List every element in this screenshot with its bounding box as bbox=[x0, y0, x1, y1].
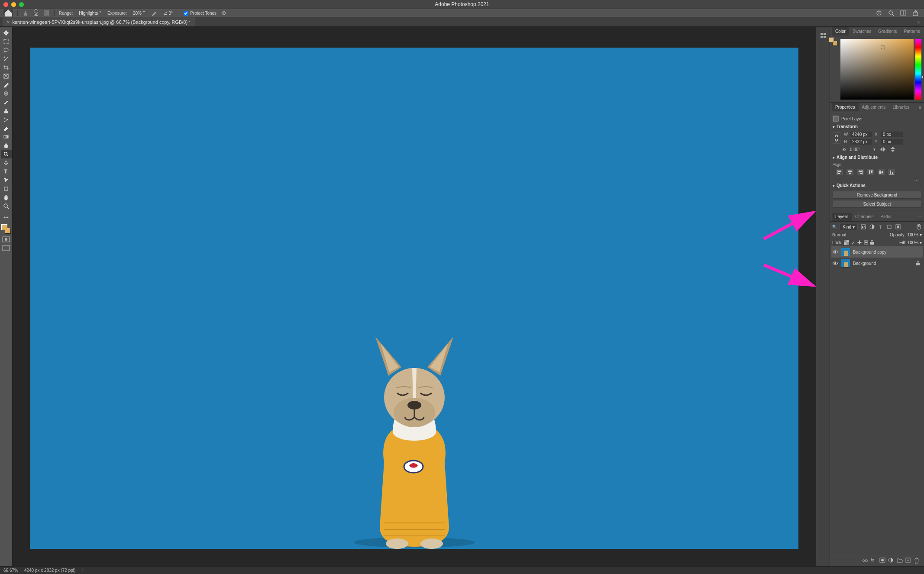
align-section-header[interactable]: ▾Align and Distribute bbox=[833, 153, 921, 161]
panel-menu-icon[interactable]: ≡ bbox=[919, 214, 924, 219]
tab-channels[interactable]: Channels bbox=[852, 213, 877, 221]
layer-thumbnail[interactable] bbox=[841, 259, 850, 268]
hue-slider[interactable] bbox=[915, 39, 921, 100]
search-icon[interactable] bbox=[888, 10, 895, 16]
visibility-toggle-icon[interactable] bbox=[832, 250, 838, 254]
remove-background-button[interactable]: Remove Background bbox=[833, 191, 921, 199]
blur-tool[interactable] bbox=[1, 141, 12, 150]
tab-paths[interactable]: Paths bbox=[877, 213, 895, 221]
type-tool[interactable]: T bbox=[1, 167, 12, 176]
cloud-docs-icon[interactable] bbox=[876, 10, 882, 16]
align-vcenter-icon[interactable] bbox=[878, 169, 885, 175]
move-tool[interactable] bbox=[1, 29, 12, 37]
eyedropper-tool[interactable] bbox=[1, 81, 12, 89]
share-icon[interactable] bbox=[912, 10, 919, 16]
delete-layer-icon[interactable] bbox=[914, 558, 920, 564]
more-options-icon[interactable]: … bbox=[833, 176, 921, 181]
filter-smart-icon[interactable] bbox=[895, 224, 901, 230]
workspace-switcher-icon[interactable] bbox=[900, 10, 907, 16]
filter-adjust-icon[interactable] bbox=[869, 224, 875, 230]
close-window-button[interactable] bbox=[3, 2, 8, 7]
lock-artboard-icon[interactable] bbox=[863, 240, 869, 245]
history-brush-tool[interactable] bbox=[1, 115, 12, 124]
pen-tool[interactable] bbox=[1, 158, 12, 167]
tool-preset-button[interactable] bbox=[22, 10, 29, 16]
align-left-icon[interactable] bbox=[836, 169, 843, 175]
marquee-tool[interactable] bbox=[1, 37, 12, 46]
layer-name[interactable]: Background copy bbox=[853, 250, 886, 255]
frame-tool[interactable] bbox=[1, 72, 12, 81]
quick-mask-toggle[interactable] bbox=[2, 236, 10, 242]
lasso-tool[interactable] bbox=[1, 46, 12, 55]
shape-tool[interactable] bbox=[1, 184, 12, 193]
hand-tool[interactable] bbox=[1, 193, 12, 202]
y-field[interactable]: 0 px bbox=[881, 139, 903, 145]
zoom-level[interactable]: 66.67% bbox=[3, 568, 18, 573]
link-wh-toggle[interactable] bbox=[833, 132, 840, 144]
range-dropdown[interactable]: Highlights ˅ bbox=[77, 11, 103, 16]
protect-tones-checkbox[interactable]: Protect Tones bbox=[184, 11, 216, 16]
color-fg-bg-swatch[interactable] bbox=[829, 37, 837, 46]
layer-filter-dropdown[interactable]: Kind ▾ bbox=[840, 224, 858, 230]
group-layers-icon[interactable] bbox=[897, 558, 903, 564]
transform-section-header[interactable]: ▾Transform bbox=[833, 123, 921, 131]
width-field[interactable]: 4240 px bbox=[850, 132, 872, 137]
minimize-window-button[interactable] bbox=[11, 2, 16, 7]
tab-swatches[interactable]: Swatches bbox=[849, 27, 875, 35]
screen-mode-toggle[interactable] bbox=[2, 245, 10, 251]
filter-shape-icon[interactable] bbox=[886, 224, 892, 230]
align-right-icon[interactable] bbox=[857, 169, 864, 175]
height-field[interactable]: 2832 px bbox=[850, 139, 872, 145]
adjustment-layer-icon[interactable] bbox=[888, 558, 894, 564]
layer-name[interactable]: Background bbox=[853, 261, 876, 266]
color-picker-cursor[interactable] bbox=[881, 45, 885, 49]
filter-toggle-icon[interactable] bbox=[916, 224, 922, 230]
healing-brush-tool[interactable] bbox=[1, 89, 12, 98]
brush-settings-button[interactable] bbox=[43, 10, 50, 16]
lock-all-icon[interactable] bbox=[870, 240, 875, 245]
pressure-toggle[interactable] bbox=[221, 10, 227, 16]
eraser-tool[interactable] bbox=[1, 124, 12, 132]
rotate-field[interactable]: 0.00° bbox=[850, 147, 869, 152]
x-field[interactable]: 0 px bbox=[881, 132, 903, 137]
gradient-tool[interactable] bbox=[1, 132, 12, 141]
layer-row[interactable]: Background copy bbox=[831, 246, 923, 258]
quick-actions-header[interactable]: ▾Quick Actions bbox=[833, 181, 921, 190]
document-tab[interactable]: × karsten-winegeart-5PVXkqt2s9k-unsplash… bbox=[3, 17, 195, 26]
status-bar-flyout-icon[interactable]: 〉 bbox=[81, 568, 86, 574]
visibility-toggle-icon[interactable] bbox=[832, 261, 838, 265]
maximize-window-button[interactable] bbox=[19, 2, 24, 7]
tab-color[interactable]: Color bbox=[832, 27, 849, 35]
opacity-field[interactable]: 100% ▾ bbox=[908, 232, 922, 237]
layer-mask-icon[interactable] bbox=[879, 558, 885, 564]
layer-row[interactable]: Background bbox=[831, 258, 923, 269]
exposure-field[interactable]: 20% ˅ bbox=[131, 11, 147, 16]
brush-tool[interactable] bbox=[1, 98, 12, 106]
edit-toolbar-icon[interactable] bbox=[1, 213, 12, 222]
zoom-tool[interactable] bbox=[1, 202, 12, 210]
document-dimensions[interactable]: 4240 px x 2832 px (72 ppi) bbox=[24, 568, 75, 573]
tab-properties[interactable]: Properties bbox=[832, 103, 859, 111]
layer-locked-icon[interactable] bbox=[916, 261, 922, 266]
magic-wand-tool[interactable] bbox=[1, 55, 12, 63]
tab-layers[interactable]: Layers bbox=[832, 213, 852, 221]
crop-tool[interactable] bbox=[1, 63, 12, 72]
fill-field[interactable]: 100% ▾ bbox=[908, 240, 922, 245]
canvas-area[interactable] bbox=[13, 27, 816, 566]
layer-thumbnail[interactable] bbox=[841, 248, 850, 256]
flip-vertical-icon[interactable] bbox=[890, 146, 895, 152]
tab-patterns[interactable]: Patterns bbox=[901, 27, 924, 35]
align-bottom-icon[interactable] bbox=[888, 169, 895, 175]
layer-style-icon[interactable]: fx bbox=[871, 558, 877, 564]
path-selection-tool[interactable] bbox=[1, 176, 12, 184]
panel-strip-icon[interactable] bbox=[819, 31, 827, 40]
new-layer-icon[interactable] bbox=[905, 558, 911, 564]
dodge-tool[interactable] bbox=[1, 150, 12, 158]
clone-stamp-tool[interactable] bbox=[1, 106, 12, 115]
panel-menu-icon[interactable]: ≡ bbox=[919, 105, 924, 110]
tab-adjustments[interactable]: Adjustments bbox=[859, 103, 889, 111]
lock-position-icon[interactable] bbox=[857, 240, 862, 245]
lock-pixels-icon[interactable] bbox=[850, 240, 856, 245]
document-canvas[interactable] bbox=[30, 48, 798, 549]
filter-pixel-icon[interactable] bbox=[860, 224, 866, 230]
